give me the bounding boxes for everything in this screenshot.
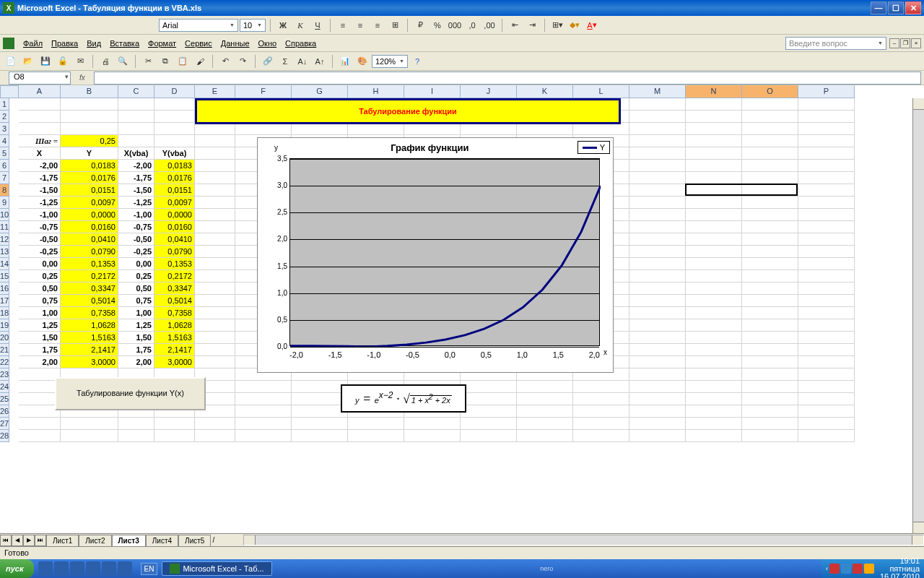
align-left-button[interactable]: ≡ — [335, 17, 351, 33]
cell-A9[interactable]: -1,25 — [19, 197, 61, 209]
cell-E12[interactable] — [195, 233, 235, 246]
cell-E17[interactable] — [195, 295, 235, 307]
row-header-7[interactable]: 7 — [0, 172, 9, 184]
row-header-10[interactable]: 10 — [0, 209, 9, 221]
select-all-corner[interactable] — [0, 85, 19, 98]
column-header-L[interactable]: L — [573, 85, 629, 98]
taskbar-item-excel[interactable]: Microsoft Excel - Таб... — [162, 561, 271, 576]
row-header-5[interactable]: 5 — [0, 147, 9, 160]
cell-C13[interactable]: -0,25 — [118, 246, 154, 258]
cell-C6[interactable]: -2,00 — [118, 160, 154, 172]
column-header-K[interactable]: K — [517, 85, 573, 98]
tab-nav-next[interactable]: ▶ — [23, 535, 35, 546]
cell-P7[interactable] — [798, 172, 855, 184]
cell-A3[interactable] — [19, 123, 61, 135]
cell-J28[interactable] — [461, 430, 517, 442]
cell-P2[interactable] — [798, 111, 855, 123]
cell-M6[interactable] — [629, 160, 686, 172]
cell-M23[interactable] — [629, 368, 686, 381]
cell-O26[interactable] — [742, 405, 798, 418]
sheet-tab-Лист1[interactable]: Лист1 — [46, 535, 79, 546]
cell-O11[interactable] — [742, 221, 798, 233]
cell-L24[interactable] — [573, 381, 629, 393]
cell-O27[interactable] — [742, 418, 798, 430]
cell-M2[interactable] — [629, 111, 686, 123]
cell-P15[interactable] — [798, 270, 855, 282]
cell-N25[interactable] — [686, 393, 742, 405]
cell-M13[interactable] — [629, 246, 686, 258]
cell-C11[interactable]: -0,75 — [118, 221, 154, 233]
cell-O17[interactable] — [742, 295, 798, 307]
cell-D11[interactable]: 0,0160 — [154, 221, 195, 233]
cell-M26[interactable] — [629, 405, 686, 418]
cell-G3[interactable] — [292, 123, 348, 135]
cell-N20[interactable] — [686, 332, 742, 344]
cell-D7[interactable]: 0,0176 — [154, 172, 195, 184]
menu-Вставка[interactable]: Вставка — [105, 38, 144, 49]
cell-D21[interactable]: 2,1417 — [154, 344, 195, 356]
row-header-6[interactable]: 6 — [0, 160, 9, 172]
cell-E16[interactable] — [195, 282, 235, 295]
redo-button[interactable]: ↷ — [235, 53, 250, 69]
cell-N11[interactable] — [686, 221, 742, 233]
print-button[interactable]: 🖨 — [97, 53, 113, 69]
cell-M21[interactable] — [629, 344, 686, 356]
cell-C12[interactable]: -0,50 — [118, 233, 154, 246]
paste-button[interactable]: 📋 — [175, 53, 191, 69]
cell-C22[interactable]: 2,00 — [118, 356, 154, 368]
align-center-button[interactable]: ≡ — [352, 17, 368, 33]
cell-J27[interactable] — [461, 418, 517, 430]
cell-P21[interactable] — [798, 344, 855, 356]
cell-O19[interactable] — [742, 319, 798, 332]
cell-N19[interactable] — [686, 319, 742, 332]
column-header-C[interactable]: C — [118, 85, 154, 98]
cell-A2[interactable] — [19, 111, 61, 123]
font-size-selector[interactable]: 10 ▼ — [240, 19, 266, 32]
cell-L28[interactable] — [573, 430, 629, 442]
cell-O13[interactable] — [742, 246, 798, 258]
cell-N3[interactable] — [686, 123, 742, 135]
cell-C1[interactable] — [118, 98, 154, 111]
cell-M4[interactable] — [629, 135, 686, 147]
language-indicator[interactable]: EN — [141, 563, 158, 575]
row-header-4[interactable]: 4 — [0, 135, 9, 147]
cell-D22[interactable]: 3,0000 — [154, 356, 195, 368]
cell-B7[interactable]: 0,0176 — [61, 172, 118, 184]
cell-N10[interactable] — [686, 209, 742, 221]
quicklaunch-icon[interactable] — [70, 561, 84, 576]
cut-button[interactable]: ✂ — [140, 53, 156, 69]
cell-A1[interactable] — [19, 98, 61, 111]
cell-B16[interactable]: 0,3347 — [61, 282, 118, 295]
menu-Формат[interactable]: Формат — [144, 38, 180, 49]
menu-Вид[interactable]: Вид — [82, 38, 105, 49]
help-button[interactable]: ? — [409, 53, 425, 69]
cell-B17[interactable]: 0,5014 — [61, 295, 118, 307]
cell-A20[interactable]: 1,50 — [19, 332, 61, 344]
cell-P22[interactable] — [798, 356, 855, 368]
cell-B5[interactable]: Y — [61, 147, 118, 160]
chart-wizard-button[interactable]: 📊 — [337, 53, 353, 69]
cell-M10[interactable] — [629, 209, 686, 221]
cell-O24[interactable] — [742, 381, 798, 393]
column-header-B[interactable]: B — [61, 85, 118, 98]
menu-Правка[interactable]: Правка — [47, 38, 82, 49]
quicklaunch-icon[interactable] — [54, 561, 69, 576]
cell-H28[interactable] — [348, 430, 404, 442]
cell-N15[interactable] — [686, 270, 742, 282]
cell-D20[interactable]: 1,5163 — [154, 332, 195, 344]
cell-P12[interactable] — [798, 233, 855, 246]
cell-B13[interactable]: 0,0790 — [61, 246, 118, 258]
cell-O6[interactable] — [742, 160, 798, 172]
tray-icon[interactable] — [853, 564, 863, 574]
cell-C2[interactable] — [118, 111, 154, 123]
decrease-decimal-button[interactable]: ,00 — [481, 17, 497, 33]
cell-N7[interactable] — [686, 172, 742, 184]
sort-asc-button[interactable]: A↓ — [295, 53, 310, 69]
sheet-tab-Лист3[interactable]: Лист3 — [112, 535, 146, 546]
cell-B21[interactable]: 2,1417 — [61, 344, 118, 356]
cell-E28[interactable] — [195, 430, 235, 442]
cell-F3[interactable] — [235, 123, 292, 135]
new-button[interactable]: 📄 — [3, 53, 19, 69]
cell-P27[interactable] — [798, 418, 855, 430]
cell-N16[interactable] — [686, 282, 742, 295]
